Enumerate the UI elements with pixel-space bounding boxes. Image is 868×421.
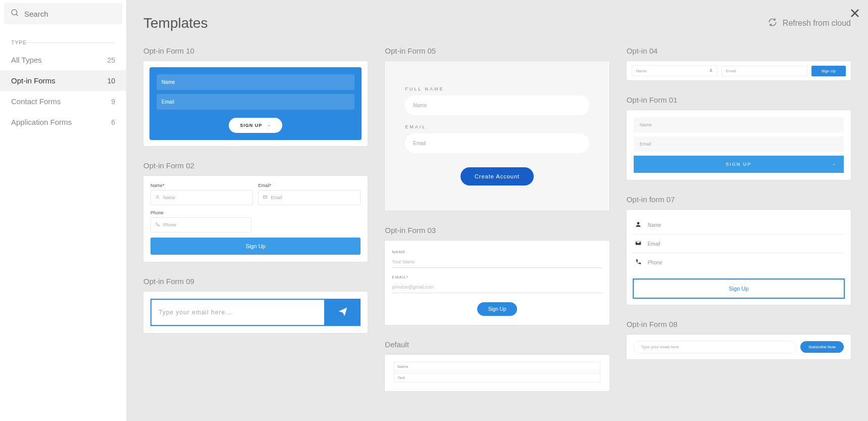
template-title: Opt-in Form 09 [143,277,368,286]
template-preview: Type your email here... [143,292,368,333]
preview-phone-label: Phone [150,210,361,215]
preview-placeholder: Email [271,195,282,200]
sidebar-item-count: 6 [111,118,115,126]
svg-point-4 [637,222,639,224]
template-title: Default [385,340,609,349]
preview-name-label: NAME [392,250,602,254]
search-input[interactable] [24,10,116,18]
template-title: Opt-in Form 10 [143,46,368,55]
preview-signup-button: SIGN UP → [229,118,282,133]
template-title: Opt-in Form 08 [627,320,851,329]
sidebar-item-count: 25 [107,56,115,64]
preview-signup-button: Sign Up [811,66,846,76]
preview-email-field: Email [634,136,844,152]
preview-email-field: Email [258,190,361,205]
preview-signup-button: SIGN UP → [634,156,844,173]
preview-name-field: Name [157,74,354,90]
header: Templates Refresh from cloud [143,15,851,31]
refresh-button[interactable]: Refresh from cloud [768,17,851,29]
main: Templates Refresh from cloud Opt-in Form… [126,0,868,421]
sidebar-section-label: TYPE [0,39,126,45]
preview-email-field: Email [405,133,589,153]
preview-phone-field: Phone [150,217,251,232]
template-title: Opt-in Form 01 [627,96,851,104]
user-icon [709,68,713,73]
template-card-04[interactable]: Opt-in 04 Name Email Sign Up [627,46,851,80]
mail-icon [263,195,268,201]
preview-email-label: EMAIL [405,124,589,129]
template-preview: FULL NAME Name EMAIL Email Create Accoun… [385,61,609,211]
sidebar-item-contact[interactable]: Contact Forms 9 [0,91,126,112]
grid-col-1: Opt-in Form 10 Name Email SIGN UP → [143,46,368,333]
template-card-02[interactable]: Opt-in Form 02 Name* Name Em [143,161,368,262]
sidebar: TYPE All Types 25 Opt-in Forms 10 Contac… [0,0,126,421]
preview-email-field: Email [157,94,354,110]
preview-email-field: Type your email here. [634,341,797,353]
grid-col-2: Opt-in Form 05 FULL NAME Name EMAIL Emai… [385,46,609,391]
template-preview: Name Email Sign Up [627,61,851,80]
template-title: Opt-in 04 [627,46,851,55]
template-preview: Type your email here. Subscribe Now [627,335,851,359]
preview-placeholder: Name [636,69,647,73]
template-preview: Name Email SIGN UP → [143,61,368,146]
template-grid: Opt-in Form 10 Name Email SIGN UP → [143,46,851,391]
template-card-05[interactable]: Opt-in Form 05 FULL NAME Name EMAIL Emai… [385,46,609,211]
phone-icon [155,222,160,228]
sidebar-item-label: Opt-in Forms [11,76,56,85]
user-icon [155,195,160,201]
template-preview: Name Text [385,355,609,391]
preview-name-field: Name [150,190,253,205]
arrow-right-icon: → [831,162,837,167]
preview-name-field: Name [405,96,589,115]
preview-name-label: FULL NAME [405,86,589,91]
template-card-default[interactable]: Default Name Text [385,340,609,391]
sidebar-item-count: 9 [111,98,115,106]
template-card-01[interactable]: Opt-in Form 01 Name Email SIGN UP → [627,96,851,180]
sidebar-item-label: Contact Forms [11,97,61,106]
svg-point-0 [12,10,17,15]
search-icon [10,8,19,19]
template-card-07[interactable]: Opt-in form 07 Name Email Phone [627,195,851,305]
preview-email-field: Type your email here... [150,299,325,326]
template-title: Opt-in Form 02 [143,161,368,170]
preview-name-field: Your Name [392,256,602,268]
template-preview: Name* Name Email* Email [143,176,368,262]
preview-phone-field: Phone [633,253,845,271]
template-title: Opt-in form 07 [627,195,851,204]
svg-point-1 [157,196,158,197]
template-title: Opt-in Form 03 [385,226,609,235]
preview-placeholder: Email [648,241,660,247]
sidebar-item-count: 10 [107,77,115,85]
template-title: Opt-in Form 05 [385,46,609,55]
svg-point-3 [710,69,711,70]
template-card-08[interactable]: Opt-in Form 08 Type your email here. Sub… [627,320,851,359]
preview-email-field: Email [633,235,845,253]
preview-placeholder: Name [648,222,661,228]
preview-signup-button: Sign Up [150,238,361,255]
sidebar-item-optin[interactable]: Opt-in Forms 10 [0,70,126,91]
sidebar-item-label: All Types [11,56,42,64]
preview-name-field: Name [634,117,844,132]
preview-send-button [325,299,361,326]
preview-name-field: Name [394,362,600,371]
preview-email-field: Email [722,66,807,76]
refresh-label: Refresh from cloud [783,19,851,28]
template-card-03[interactable]: Opt-in Form 03 NAME Your Name EMAIL* joh… [385,226,609,325]
preview-placeholder: Phone [163,222,176,227]
template-card-10[interactable]: Opt-in Form 10 Name Email SIGN UP → [143,46,368,146]
send-icon [338,306,348,318]
preview-placeholder: Name [163,195,175,200]
mail-icon [635,240,642,248]
preview-name-field: Name [633,216,845,235]
preview-name-field: Name [632,65,718,76]
template-card-09[interactable]: Opt-in Form 09 Type your email here... [143,277,368,333]
preview-placeholder: Phone [648,260,662,265]
preview-email-field: johndoe@gmail.com [392,282,602,293]
sidebar-item-all-types[interactable]: All Types 25 [0,50,126,70]
sidebar-item-application[interactable]: Application Forms 6 [0,112,126,132]
preview-placeholder: Email [726,69,736,73]
search-field[interactable] [4,3,122,24]
preview-button-label: SIGN UP [240,123,262,128]
preview-text-field: Text [394,373,600,383]
template-preview: NAME Your Name EMAIL* johndoe@gmail.com … [385,241,609,325]
